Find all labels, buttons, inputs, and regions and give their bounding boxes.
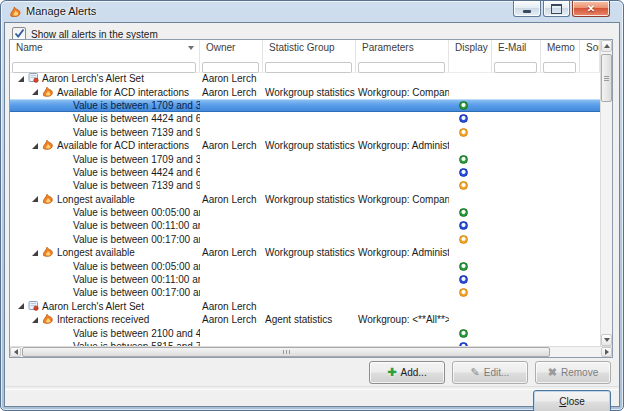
- add-button[interactable]: ✚ Add...: [369, 361, 445, 384]
- expand-collapse-icon[interactable]: [18, 76, 24, 82]
- owner-cell: [200, 99, 263, 112]
- filter-input-parameters[interactable]: [358, 62, 445, 73]
- edit-pencil-icon: ✎: [471, 367, 480, 378]
- expand-collapse-icon[interactable]: [32, 196, 38, 202]
- column-header-display[interactable]: Display: [449, 40, 492, 55]
- title-bar[interactable]: Manage Alerts ✕: [1, 1, 623, 22]
- memo-cell: [541, 300, 580, 313]
- close-button[interactable]: Close: [533, 390, 611, 411]
- row-name: Value is between 1709 and 3721: [73, 100, 200, 111]
- tree-row[interactable]: Available for ACD interactionsAaron Lerc…: [10, 139, 600, 152]
- column-header-name[interactable]: Name: [10, 40, 200, 55]
- sound-cell: [580, 99, 600, 112]
- tree-row[interactable]: Longest availableAaron LerchWorkgroup st…: [10, 246, 600, 259]
- name-cell: Value is between 7139 and 9151: [10, 179, 200, 192]
- tree-row[interactable]: Aaron Lerch's Alert SetAaron Lerch: [10, 300, 600, 313]
- row-name: Value is between 00:05:00 and 00:07:00: [73, 207, 200, 218]
- display-indicator-green-icon: [459, 155, 468, 164]
- display-cell: [449, 273, 492, 286]
- statistic-group-cell-text: Workgroup statistics: [265, 194, 355, 205]
- tree-row[interactable]: Interactions receivedAaron LerchAgent st…: [10, 313, 600, 326]
- scroll-down-button[interactable]: [601, 334, 612, 346]
- display-cell: [449, 286, 492, 299]
- memo-cell: [541, 72, 580, 85]
- column-header-sound[interactable]: Sound: [580, 40, 600, 55]
- vertical-scrollbar[interactable]: [600, 40, 612, 346]
- owner-cell: [200, 206, 263, 219]
- alert-set-icon: [28, 300, 39, 313]
- horizontal-scrollbar-thumb[interactable]: [22, 347, 550, 357]
- display-cell: [449, 246, 492, 259]
- tree-row[interactable]: Value is between 00:11:00 and 00:13:00: [10, 273, 600, 286]
- close-window-button[interactable]: ✕: [572, 1, 610, 17]
- expand-collapse-icon[interactable]: [32, 317, 38, 323]
- maximize-button[interactable]: [543, 1, 570, 17]
- filter-input-memo[interactable]: [543, 62, 576, 73]
- add-button-label: Add...: [401, 367, 427, 378]
- memo-cell: [541, 313, 580, 326]
- expand-collapse-icon[interactable]: [18, 303, 24, 309]
- tree-row[interactable]: Aaron Lerch's Alert SetAaron Lerch: [10, 72, 600, 85]
- row-name: Value is between 00:17:00 and 00:19:00: [73, 287, 200, 298]
- owner-cell: Aaron Lerch: [200, 85, 263, 98]
- column-header-parameters[interactable]: Parameters: [356, 40, 449, 55]
- scroll-up-button[interactable]: [601, 40, 612, 52]
- expand-collapse-icon[interactable]: [32, 250, 38, 256]
- parameters-cell: Workgroup: CompanyO...: [356, 85, 449, 98]
- tree-row[interactable]: Longest availableAaron LerchWorkgroup st…: [10, 193, 600, 206]
- filter-input-owner[interactable]: [202, 62, 259, 73]
- memo-cell: [541, 152, 580, 165]
- alert-set-icon: [28, 72, 39, 85]
- column-header-e-mail[interactable]: E-Mail: [492, 40, 541, 55]
- filter-input-e-mail[interactable]: [494, 62, 537, 73]
- row-name: Value is between 00:11:00 and 00:13:00: [73, 274, 200, 285]
- column-header-label: Parameters: [362, 42, 414, 53]
- email-cell: [492, 126, 541, 139]
- tree-row[interactable]: Value is between 7139 and 9151: [10, 179, 600, 192]
- statistic-group-cell: [263, 233, 356, 246]
- filter-input-statistic-group[interactable]: [265, 62, 352, 73]
- remove-x-icon: ✖: [548, 367, 557, 378]
- tree-row[interactable]: Value is between 00:17:00 and 00:19:00: [10, 286, 600, 299]
- sound-cell: [580, 273, 600, 286]
- row-name: Value is between 4424 and 6436: [73, 113, 200, 124]
- filter-input-name[interactable]: [12, 62, 196, 73]
- name-cell: Longest available: [10, 193, 200, 206]
- sound-cell: [580, 85, 600, 98]
- column-header-statistic-group[interactable]: Statistic Group: [263, 40, 356, 55]
- tree-row[interactable]: Value is between 00:05:00 and 00:07:00: [10, 206, 600, 219]
- minimize-button[interactable]: [513, 1, 541, 17]
- row-name: Value is between 00:17:00 and 00:19:00: [73, 234, 200, 245]
- tree-row[interactable]: Value is between 1709 and 3721: [10, 152, 600, 165]
- edit-button[interactable]: ✎ Edit...: [452, 361, 528, 384]
- tree-row[interactable]: Value is between 00:11:00 and 00:13:00: [10, 219, 600, 232]
- column-header-owner[interactable]: Owner: [200, 40, 263, 55]
- display-indicator-orange-icon: [459, 288, 468, 297]
- expand-collapse-icon[interactable]: [32, 89, 38, 95]
- row-name: Value is between 7139 and 9151: [73, 127, 200, 138]
- tree-row[interactable]: Value is between 2100 and 4894: [10, 326, 600, 339]
- tree-row[interactable]: Value is between 7139 and 9151: [10, 126, 600, 139]
- vertical-scrollbar-thumb[interactable]: [601, 54, 612, 102]
- alert-flame-icon: [9, 5, 22, 18]
- tree-row[interactable]: Value is between 00:05:00 and 00:07:00: [10, 259, 600, 272]
- display-cell: [449, 326, 492, 339]
- tree-row[interactable]: Value is between 00:17:00 and 00:19:00: [10, 233, 600, 246]
- tree-row[interactable]: Available for ACD interactionsAaron Lerc…: [10, 85, 600, 98]
- parameters-cell: [356, 286, 449, 299]
- expand-collapse-icon[interactable]: [32, 143, 38, 149]
- tree-row[interactable]: Value is between 4424 and 6436: [10, 166, 600, 179]
- scroll-left-button[interactable]: [10, 347, 21, 357]
- remove-button[interactable]: ✖ Remove: [535, 361, 611, 384]
- scroll-right-button[interactable]: [601, 347, 612, 357]
- statistic-group-cell: [263, 152, 356, 165]
- minimize-icon: [523, 10, 531, 13]
- horizontal-scrollbar[interactable]: [10, 346, 612, 357]
- column-header-memo[interactable]: Memo: [541, 40, 580, 55]
- email-cell: [492, 300, 541, 313]
- alert-icon: [42, 139, 54, 152]
- display-indicator-orange-icon: [459, 235, 468, 244]
- tree-row[interactable]: Value is between 4424 and 6436: [10, 112, 600, 125]
- owner-cell: [200, 166, 263, 179]
- tree-row[interactable]: Value is between 1709 and 3721: [10, 99, 600, 112]
